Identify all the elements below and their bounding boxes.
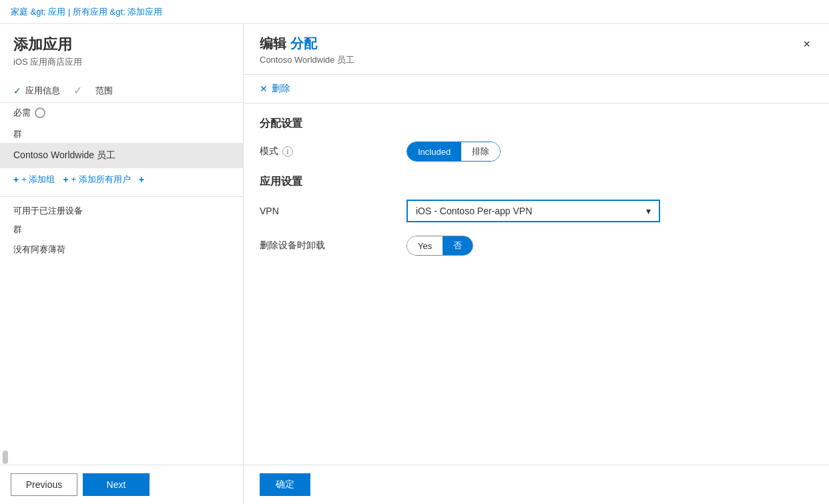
no-group-label: 没有阿赛薄荷 xyxy=(0,240,243,260)
left-bottom-nav: Previous Next xyxy=(0,465,243,504)
remove-label: 删除 xyxy=(272,83,290,95)
required-label: 必需 xyxy=(13,107,31,119)
right-content: 分配设置 模式 i Included 排除 应用设置 VPN iOS - Con… xyxy=(244,103,829,465)
right-panel: 编辑 分配 Contoso Worldwide 员工 × ✕ 删除 分配设置 模… xyxy=(244,24,829,504)
step-check-1: ✓ xyxy=(13,85,21,96)
add-all-users-icon: + xyxy=(63,174,68,185)
step-app-info: ✓ 应用信息 xyxy=(13,85,60,97)
required-row: 必需 xyxy=(0,103,243,123)
distribution-settings-heading: 分配设置 xyxy=(260,117,813,131)
uninstall-toggle: Yes 否 xyxy=(406,236,473,256)
enrolled-group-label: 群 xyxy=(0,220,243,240)
toggle-excluded[interactable]: 排除 xyxy=(461,142,500,161)
add-group-icon: + xyxy=(13,174,19,185)
vpn-value: iOS - Contoso Per-app VPN xyxy=(416,206,532,216)
mode-info-icon[interactable]: i xyxy=(282,146,293,157)
remove-icon: ✕ xyxy=(260,83,268,94)
uninstall-label: 删除设备时卸载 xyxy=(260,240,406,252)
steps-row: ✓ 应用信息 ✓ 范围 xyxy=(0,73,243,103)
close-button[interactable]: × xyxy=(800,35,813,54)
previous-button[interactable]: Previous xyxy=(11,473,77,496)
mode-label: 模式 i xyxy=(260,146,406,158)
app-settings-heading: 应用设置 xyxy=(260,175,813,189)
mode-toggle: Included 排除 xyxy=(406,142,501,162)
left-header: 添加应用 iOS 应用商店应用 xyxy=(0,24,243,73)
next-button[interactable]: Next xyxy=(83,473,150,496)
step-divider: ✓ xyxy=(73,84,82,97)
toggle-no[interactable]: 否 xyxy=(443,236,473,255)
right-title-block: 编辑 分配 Contoso Worldwide 员工 xyxy=(260,35,354,66)
group-item-contoso[interactable]: Contoso Worldwide 员工 xyxy=(0,143,243,168)
scroll-indicator xyxy=(3,451,8,464)
confirm-button[interactable]: 确定 xyxy=(260,473,310,496)
step-label-1: 应用信息 xyxy=(25,85,60,97)
right-bottom: 确定 xyxy=(244,465,829,504)
right-title-prefix: 编辑 xyxy=(260,36,286,51)
right-subtitle: Contoso Worldwide 员工 xyxy=(260,54,354,66)
vpn-dropdown[interactable]: iOS - Contoso Per-app VPN ▾ xyxy=(406,200,660,222)
uninstall-field-row: 删除设备时卸载 Yes 否 xyxy=(260,236,813,256)
dropdown-arrow-icon: ▾ xyxy=(646,206,651,216)
remove-row[interactable]: ✕ 删除 xyxy=(244,75,829,103)
step-label-2: 范围 xyxy=(95,85,113,97)
add-row: + + 添加组 + + 添加所有用户 + xyxy=(0,168,243,191)
toggle-yes[interactable]: Yes xyxy=(407,236,443,255)
vpn-field-row: VPN iOS - Contoso Per-app VPN ▾ xyxy=(260,200,813,222)
page-subtitle: iOS 应用商店应用 xyxy=(13,56,230,68)
breadcrumb: 家庭 &gt; 应用 | 所有应用 &gt; 添加应用 xyxy=(0,0,829,24)
required-circle-icon xyxy=(35,107,45,118)
step-scope: 范围 xyxy=(95,85,113,97)
left-panel: 添加应用 iOS 应用商店应用 ✓ 应用信息 ✓ 范围 必需 群 Contoso… xyxy=(0,24,244,504)
add-plus-extra: + xyxy=(139,174,144,185)
group-section-label: 群 xyxy=(0,123,243,143)
toggle-included[interactable]: Included xyxy=(407,142,461,161)
add-all-users-label[interactable]: + 添加所有用户 xyxy=(71,174,131,186)
vpn-label: VPN xyxy=(260,206,406,216)
mode-field-row: 模式 i Included 排除 xyxy=(260,142,813,162)
right-header: 编辑 分配 Contoso Worldwide 员工 × xyxy=(244,24,829,75)
right-title: 编辑 分配 xyxy=(260,35,354,53)
page-title: 添加应用 xyxy=(13,35,230,55)
available-section-label: 可用于已注册设备 xyxy=(0,196,243,220)
right-title-highlight: 分配 xyxy=(290,36,317,51)
add-group-label[interactable]: + 添加组 xyxy=(21,174,55,186)
